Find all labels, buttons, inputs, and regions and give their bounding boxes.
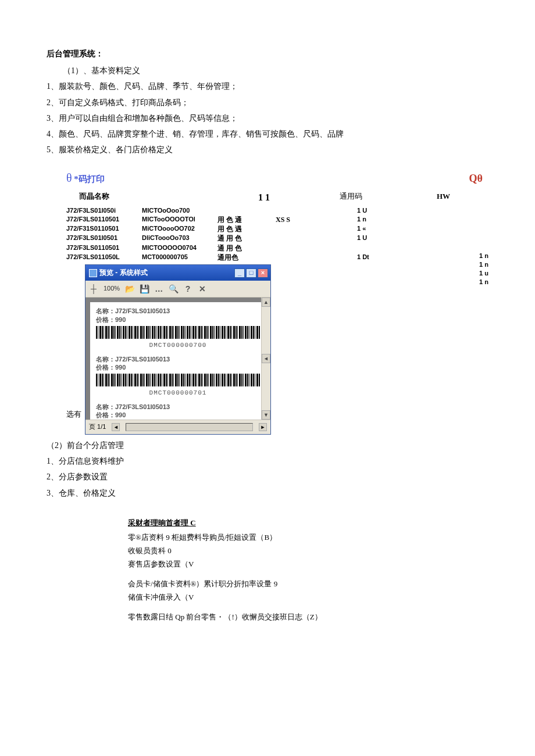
table-row: J72/F31S0110501MiCTOoooOO702用 色 遇1 « [66,224,488,234]
pan-icon[interactable]: ┼ [89,284,98,293]
table-row: J72/F3LS0110501MlCTooOOOOTOl用 色 通XS S1 n [66,215,488,224]
barcode-icon [96,326,260,339]
open-icon[interactable]: 📂 [125,284,134,293]
data-rows: J72/F3LS01I050iMICTOoOoo7001 U J72/F3LS0… [66,206,488,262]
right-numbers: 1 n 1 n 1 u 1 n [479,252,488,286]
q-theta: Qθ [469,169,483,188]
col-hw: HW [398,189,450,206]
menu-block: 采财者理晌首者理 C 零®店资料 9 柜姐费料导购员/拒姐设置（B） 收银员贵科… [128,517,419,624]
item-name: 名称：J72/F3LS01I05013 [96,307,260,315]
section-2: （2）前台个分店管理 1、分店信息资料维护 2、分店参数设置 3、仓库、价格定义 [47,438,488,500]
menu-heading: 采财者理晌首者理 C [128,517,419,529]
print-title: θ *码打印 [66,167,105,188]
section2-item: 1、分店信息资料维护 [47,454,488,468]
print-icon[interactable]: … [154,284,163,293]
section2-item: 2、分店参数设置 [47,470,488,484]
menu-item[interactable]: 零®店资料 9 柜姐费料导购员/拒姐设置（B） [128,531,419,544]
window-title: 预览 - 系统样式 [99,267,148,280]
bullet-3: 3、用户可以自由组合和增加各种颜色、尺码等信息； [47,111,488,126]
maximize-button[interactable]: □ [246,268,256,278]
section2-item: 3、仓库、价格定义 [47,486,488,500]
app-icon [89,269,97,277]
scrollbar-horizontal[interactable] [126,423,253,431]
page-indicator: 页 1/1 [89,421,106,433]
col-tym: 通用码 [340,189,398,206]
menu-item[interactable]: 零售数露日结 Qp 前台零售・（!）收懈员交接班日志（Z） [128,611,419,624]
table-row: J72/F3LS0110501MICTOOOOO0704通 用 色 [66,243,488,253]
menu-item[interactable]: 收银员贵科 0 [128,544,419,557]
menu-item[interactable]: 会员卡/储值卡资料®）累计职分折扣率设量 9 [128,578,419,590]
table-row: J72/F3LS01I050iMICTOoOoo7001 U [66,206,488,215]
preview-content: 名称：J72/F3LS01I05013 价格：990 DMCT000000700… [85,298,270,420]
item-price: 价格：990 [96,411,260,419]
col-eleven: 1 1 [258,189,340,206]
column-header-row: 而晶名称 1 1 通用码 HW [66,189,488,206]
menu-item[interactable]: 赛售店参数设置（V [128,558,419,571]
select-all-label: 选有 [66,407,81,421]
save-icon[interactable]: 💾 [140,284,149,293]
bullet-5: 5、服装价格定义、各门店价格定义 [47,142,488,157]
section2-title: （2）前台个分店管理 [47,438,488,453]
scroll-up-icon[interactable]: ▲ [262,298,270,307]
item-name: 名称：J72/F3LS01I05013 [96,355,260,363]
table-row: J72/F3LS011050LMCT000000705通用色1 Dt [66,253,488,262]
scroll-right-icon[interactable]: ► [259,423,267,431]
bullet-2: 2、可自定义条码格式、打印商品条码； [47,95,488,110]
item-price: 价格：990 [96,363,260,371]
barcode-icon [96,374,260,386]
preview-window: 预览 - 系统样式 _ □ × ┼ 100% 📂 💾 … 🔍 ? ✕ [85,264,271,435]
col-name: 而晶名称 [66,189,188,206]
minimize-button[interactable]: _ [234,268,245,278]
bullet-1: 1、服装款号、颜色、尺码、品牌、季节、年份管理； [47,79,488,94]
item-name: 名称：J72/F3LS01I05013 [96,403,260,411]
find-icon[interactable]: 🔍 [169,284,178,293]
barcode-text: DMCT000000701 [96,388,260,399]
scroll-left-icon[interactable]: ◄ [112,423,120,431]
zoom-label: 100% [104,283,120,295]
toolbar: ┼ 100% 📂 💾 … 🔍 ? ✕ [85,281,270,298]
bullet-4: 4、颜色、尺码、品牌贯穿整个进、销、存管理，库存、销售可按颜色、尺码、品牌 [47,127,488,141]
item-price: 价格：990 [96,316,260,324]
scroll-half-icon[interactable]: ◄ [262,354,270,363]
menu-item[interactable]: 储值卡冲值录入（V [128,591,419,604]
close-icon[interactable]: ✕ [198,284,207,293]
help-icon[interactable]: ? [183,284,192,293]
barcode-print-section: θ *码打印 Qθ 而晶名称 1 1 通用码 HW J72/F3LS01I050… [66,167,488,435]
scrollbar-vertical[interactable]: ▲ ◄ ▼ [261,298,270,420]
close-button[interactable]: × [258,268,268,278]
barcode-text: DMCT000000700 [96,340,260,352]
window-titlebar[interactable]: 预览 - 系统样式 _ □ × [85,265,270,281]
preview-page: 名称：J72/F3LS01I05013 价格：990 DMCT000000700… [90,302,266,420]
scroll-down-icon[interactable]: ▼ [262,410,270,420]
intro-item: （1）、基本资料定义 [47,63,488,78]
statusbar: 页 1/1 ◄ ► [85,420,270,434]
table-row: J72/F3LS01I0501DliCToooOo703通 用 色1 U [66,234,488,243]
main-heading: 后台管理系统： [47,46,488,61]
